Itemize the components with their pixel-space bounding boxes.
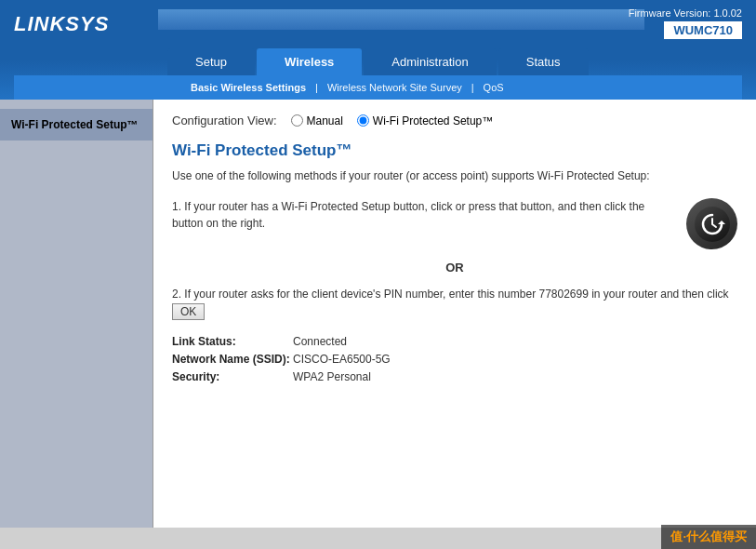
status-table: Link Status: Connected Network Name (SSI… bbox=[172, 335, 737, 383]
sub-nav-basic-wireless[interactable]: Basic Wireless Settings bbox=[181, 80, 315, 95]
or-divider: OR bbox=[172, 261, 737, 274]
model-badge: WUMC710 bbox=[664, 21, 742, 39]
config-view-label: Configuration View: bbox=[172, 114, 277, 127]
step1-row: 1. If your router has a Wi-Fi Protected … bbox=[172, 198, 737, 249]
nav-tabs: Setup Wireless Administration Status bbox=[167, 48, 742, 75]
config-view-row: Configuration View: Manual Wi-Fi Protect… bbox=[172, 114, 737, 127]
svg-marker-0 bbox=[718, 221, 725, 224]
tab-administration[interactable]: Administration bbox=[364, 48, 496, 75]
watermark: 值·什么值得买 bbox=[661, 525, 756, 549]
security-value: WPA2 Personal bbox=[293, 370, 371, 383]
radio-wps[interactable] bbox=[357, 114, 369, 127]
firmware-label: Firmware Version: bbox=[629, 7, 711, 19]
network-name-value: CISCO-EA6500-5G bbox=[293, 353, 391, 366]
firmware-info: Firmware Version: 1.0.02 WUMC710 bbox=[629, 7, 742, 39]
wps-icon bbox=[695, 207, 730, 242]
security-label: Security: bbox=[172, 370, 293, 383]
firmware-version: 1.0.02 bbox=[713, 7, 742, 19]
radio-wps-option[interactable]: Wi-Fi Protected Setup™ bbox=[357, 114, 493, 127]
wps-svg-icon bbox=[699, 211, 725, 237]
sub-nav-qos[interactable]: QoS bbox=[474, 80, 513, 95]
content-area: Configuration View: Manual Wi-Fi Protect… bbox=[153, 100, 756, 528]
sub-nav-wireless-survey[interactable]: Wireless Network Site Survey bbox=[318, 80, 471, 95]
main-layout: Wi-Fi Protected Setup™ Configuration Vie… bbox=[0, 100, 756, 528]
tab-setup[interactable]: Setup bbox=[167, 48, 255, 75]
step1-text: 1. If your router has a Wi-Fi Protected … bbox=[172, 198, 672, 232]
link-status-label: Link Status: bbox=[172, 335, 293, 348]
wps-button[interactable] bbox=[686, 198, 737, 249]
sub-nav: Basic Wireless Settings | Wireless Netwo… bbox=[14, 75, 742, 100]
step2-text: 2. If your router asks for the client de… bbox=[172, 288, 729, 301]
network-name-row: Network Name (SSID): CISCO-EA6500-5G bbox=[172, 353, 737, 366]
link-status-row: Link Status: Connected bbox=[172, 335, 737, 348]
radio-wps-label: Wi-Fi Protected Setup™ bbox=[373, 114, 493, 127]
sidebar-item-wifi-protected[interactable]: Wi-Fi Protected Setup™ bbox=[0, 109, 153, 141]
network-name-label: Network Name (SSID): bbox=[172, 353, 293, 366]
sidebar: Wi-Fi Protected Setup™ bbox=[0, 100, 153, 528]
link-status-value: Connected bbox=[293, 335, 347, 348]
tab-wireless[interactable]: Wireless bbox=[257, 48, 362, 75]
radio-manual-option[interactable]: Manual bbox=[291, 114, 343, 127]
radio-manual[interactable] bbox=[291, 114, 303, 127]
security-row: Security: WPA2 Personal bbox=[172, 370, 737, 383]
section-title: Wi-Fi Protected Setup™ bbox=[172, 141, 737, 160]
tab-status[interactable]: Status bbox=[498, 48, 589, 75]
ok-button[interactable]: OK bbox=[172, 303, 205, 320]
radio-manual-label: Manual bbox=[307, 114, 343, 127]
step2-row: 2. If your router asks for the client de… bbox=[172, 286, 737, 321]
section-desc: Use one of the following methods if your… bbox=[172, 167, 737, 184]
